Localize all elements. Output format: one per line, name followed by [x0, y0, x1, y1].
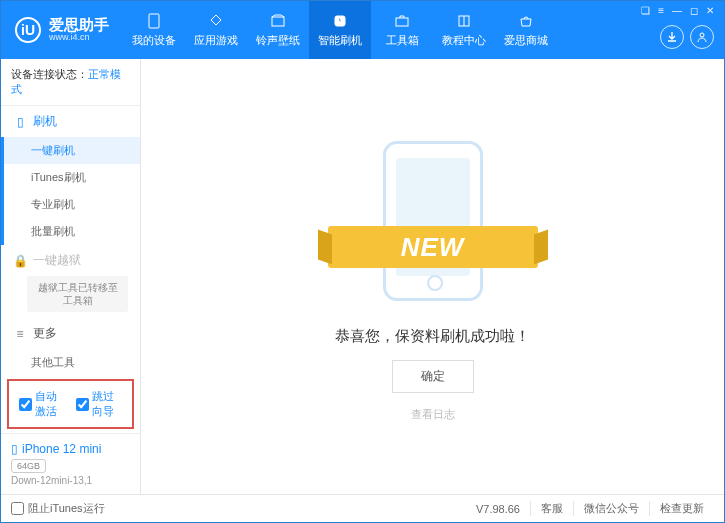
success-illustration: NEW [328, 131, 538, 311]
download-button[interactable] [660, 25, 684, 49]
nav-apps[interactable]: 应用游戏 [185, 1, 247, 59]
sidebar-item-flash-2[interactable]: 专业刷机 [1, 191, 140, 218]
connection-status: 设备连接状态：正常模式 [1, 59, 140, 106]
book-icon [455, 12, 473, 30]
svg-rect-0 [149, 14, 159, 28]
nav-flash[interactable]: 智能刷机 [309, 1, 371, 59]
checkbox-auto-activate-label: 自动激活 [35, 389, 66, 419]
connection-label: 设备连接状态： [11, 68, 88, 80]
maximize-button[interactable]: ◻ [690, 5, 698, 16]
close-button[interactable]: ✕ [706, 5, 714, 16]
title-bar: iU 爱思助手 www.i4.cn 我的设备应用游戏铃声壁纸智能刷机工具箱教程中… [1, 1, 724, 59]
phone-icon: ▯ [13, 115, 27, 129]
nav-label: 爱思商城 [504, 33, 548, 48]
skin-button[interactable]: ❏ [641, 5, 650, 16]
nav-label: 智能刷机 [318, 33, 362, 48]
device-firmware: Down-12mini-13,1 [11, 475, 130, 486]
nav-label: 铃声壁纸 [256, 33, 300, 48]
nav-label: 工具箱 [386, 33, 419, 48]
ok-button[interactable]: 确定 [392, 360, 474, 393]
section-more[interactable]: ≡ 更多 [1, 318, 140, 349]
menu-button[interactable]: ≡ [658, 5, 664, 16]
version-label: V7.98.66 [466, 503, 530, 515]
svg-point-5 [700, 33, 704, 37]
new-ribbon: NEW [328, 226, 538, 268]
media-icon [269, 12, 287, 30]
main-content: NEW 恭喜您，保资料刷机成功啦！ 确定 查看日志 [141, 59, 724, 494]
checkbox-row-highlighted: 自动激活 跳过向导 [7, 379, 134, 429]
tools-icon [393, 12, 411, 30]
status-bar: 阻止iTunes运行 V7.98.66 客服 微信公众号 检查更新 [1, 494, 724, 522]
success-message: 恭喜您，保资料刷机成功啦！ [335, 327, 530, 346]
checkbox-skip-guide[interactable]: 跳过向导 [76, 389, 123, 419]
section-more-label: 更多 [33, 325, 57, 342]
user-button[interactable] [690, 25, 714, 49]
logo-icon: iU [15, 17, 41, 43]
nav-label: 教程中心 [442, 33, 486, 48]
nav-book[interactable]: 教程中心 [433, 1, 495, 59]
nav-tools[interactable]: 工具箱 [371, 1, 433, 59]
main-nav: 我的设备应用游戏铃声壁纸智能刷机工具箱教程中心爱思商城 [123, 1, 650, 59]
nav-label: 应用游戏 [194, 33, 238, 48]
checkbox-block-itunes-input[interactable] [11, 502, 24, 515]
svg-rect-1 [272, 17, 284, 26]
flash-icon [331, 12, 349, 30]
section-flash-label: 刷机 [33, 113, 57, 130]
nav-shop[interactable]: 爱思商城 [495, 1, 557, 59]
section-jailbreak-label: 一键越狱 [33, 252, 81, 269]
shop-icon [517, 12, 535, 30]
titlebar-right: ❏≡—◻✕ [650, 1, 724, 59]
app-title: 爱思助手 [49, 17, 109, 34]
view-log-link[interactable]: 查看日志 [411, 407, 455, 422]
minimize-button[interactable]: — [672, 5, 682, 16]
app-subtitle: www.i4.cn [49, 33, 109, 43]
lock-icon: 🔒 [13, 254, 27, 268]
menu-icon: ≡ [13, 327, 27, 341]
jailbreak-notice: 越狱工具已转移至 工具箱 [27, 276, 128, 312]
nav-device[interactable]: 我的设备 [123, 1, 185, 59]
sidebar-item-flash-0[interactable]: 一键刷机 [1, 137, 140, 164]
nav-label: 我的设备 [132, 33, 176, 48]
sidebar-item-more-0[interactable]: 其他工具 [1, 349, 140, 375]
checkbox-auto-activate[interactable]: 自动激活 [19, 389, 66, 419]
device-storage-badge: 64GB [11, 459, 46, 473]
device-name-text: iPhone 12 mini [22, 442, 101, 456]
checkbox-skip-guide-label: 跳过向导 [92, 389, 123, 419]
checkbox-block-itunes-label: 阻止iTunes运行 [28, 501, 105, 516]
checkbox-skip-guide-input[interactable] [76, 398, 89, 411]
check-update-link[interactable]: 检查更新 [649, 501, 714, 516]
sidebar-item-flash-1[interactable]: iTunes刷机 [1, 164, 140, 191]
sidebar: 设备连接状态：正常模式 ▯ 刷机 一键刷机iTunes刷机专业刷机批量刷机 🔒 … [1, 59, 141, 494]
section-jailbreak[interactable]: 🔒 一键越狱 [1, 245, 140, 276]
device-icon [145, 12, 163, 30]
sidebar-item-flash-3[interactable]: 批量刷机 [1, 218, 140, 245]
apps-icon [207, 12, 225, 30]
checkbox-auto-activate-input[interactable] [19, 398, 32, 411]
section-flash[interactable]: ▯ 刷机 [1, 106, 140, 137]
checkbox-block-itunes[interactable]: 阻止iTunes运行 [11, 501, 105, 516]
phone-illustration-icon [383, 141, 483, 301]
phone-icon: ▯ [11, 442, 18, 456]
nav-media[interactable]: 铃声壁纸 [247, 1, 309, 59]
support-link[interactable]: 客服 [530, 501, 573, 516]
device-panel[interactable]: ▯ iPhone 12 mini 64GB Down-12mini-13,1 [1, 433, 140, 494]
svg-rect-3 [396, 18, 408, 26]
device-name: ▯ iPhone 12 mini [11, 442, 130, 456]
window-controls: ❏≡—◻✕ [641, 5, 714, 16]
wechat-link[interactable]: 微信公众号 [573, 501, 649, 516]
brand: iU 爱思助手 www.i4.cn [1, 1, 123, 59]
